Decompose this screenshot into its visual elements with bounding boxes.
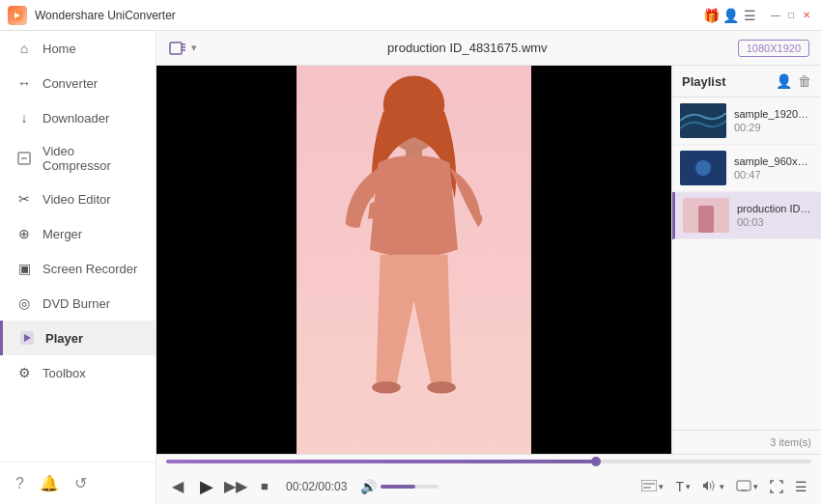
compressor-icon <box>15 150 33 167</box>
minimize-button[interactable]: — <box>769 9 782 22</box>
content-area: ▾ production ID_4831675.wmv 1080X1920 <box>156 31 821 504</box>
converter-icon: ↔ <box>15 74 33 92</box>
text-icon: T <box>675 479 684 494</box>
sidebar-item-merger[interactable]: ⊕ Merger <box>0 216 156 251</box>
playlist-item-0[interactable]: sample_1920x10... 00:29 <box>672 98 821 145</box>
titlebar-title: Wondershare UniConverter <box>35 9 176 22</box>
playlist-menu-button[interactable]: ☰ <box>791 477 811 496</box>
close-button[interactable]: ✕ <box>800 9 813 22</box>
main-container: ⌂ Home ↔ Converter ↓ Downloader Video Co… <box>0 31 821 504</box>
sidebar-item-video-compressor[interactable]: Video Compressor <box>0 135 156 182</box>
burner-icon: ◎ <box>15 294 33 312</box>
svg-rect-19 <box>698 206 714 233</box>
svg-rect-5 <box>170 42 182 54</box>
window-controls: — □ ✕ <box>769 9 813 22</box>
recorder-icon: ▣ <box>15 260 33 277</box>
resolution-badge: 1080X1920 <box>738 40 809 57</box>
time-display: 00:02/00:03 <box>286 480 347 493</box>
sidebar-item-dvd-burner[interactable]: ◎ DVD Burner <box>0 286 156 321</box>
add-dropdown-arrow: ▾ <box>191 42 197 54</box>
sidebar-item-toolbox-label: Toolbox <box>42 366 86 380</box>
svg-point-17 <box>695 160 711 176</box>
audio-dropdown: ▾ <box>720 482 724 491</box>
player-filename: production ID_4831675.wmv <box>207 41 728 55</box>
sidebar-item-recorder-label: Screen Recorder <box>42 262 137 276</box>
player-icon <box>18 329 36 347</box>
editor-icon: ✂ <box>15 190 33 208</box>
volume-icon[interactable]: 🔊 <box>360 479 377 494</box>
subtitle-button[interactable]: ▾ <box>637 477 667 496</box>
subtitle-dropdown: ▾ <box>659 482 664 491</box>
svg-rect-20 <box>641 480 657 491</box>
titlebar-left: Wondershare UniConverter <box>8 6 176 25</box>
playlist-thumb-2 <box>683 198 729 233</box>
play-button[interactable]: ▶ <box>195 475 218 498</box>
sidebar-item-screen-recorder[interactable]: ▣ Screen Recorder <box>0 251 156 286</box>
video-center <box>297 66 531 454</box>
svg-point-13 <box>427 381 456 394</box>
progress-track[interactable] <box>166 460 811 463</box>
right-controls: ▾ T ▾ ▾ <box>637 477 811 496</box>
video-area[interactable] <box>156 66 671 454</box>
playback-bar: ◀ ▶ ▶▶ ■ 00:02/00:03 🔊 <box>156 454 821 504</box>
playlist-info-2: production ID_4... 00:03 <box>737 203 813 228</box>
playlist-duration-1: 00:47 <box>734 169 813 181</box>
playlist-name-0: sample_1920x10... <box>734 108 813 120</box>
audio-button[interactable]: ▾ <box>698 477 728 496</box>
sidebar-item-home-label: Home <box>42 42 76 56</box>
volume-fill <box>381 485 415 489</box>
sidebar-item-toolbox[interactable]: ⚙ Toolbox <box>0 355 156 390</box>
prev-button[interactable]: ◀ <box>166 475 189 498</box>
toolbox-icon: ⚙ <box>15 364 33 381</box>
sidebar-item-downloader[interactable]: ↓ Downloader <box>0 100 156 135</box>
settings-icon[interactable]: ☰ <box>742 8 757 23</box>
sidebar-item-home[interactable]: ⌂ Home <box>0 31 156 66</box>
playlist-delete-icon[interactable]: 🗑 <box>798 73 811 89</box>
volume-section: 🔊 <box>360 479 439 494</box>
video-left-letterbox <box>156 66 297 454</box>
playlist-actions: 👤 🗑 <box>776 73 811 89</box>
gift-icon[interactable]: 🎁 <box>703 8 719 23</box>
svg-rect-14 <box>680 103 726 138</box>
app-logo <box>8 6 27 25</box>
video-display <box>156 66 671 454</box>
svg-point-12 <box>372 381 401 394</box>
titlebar-right: 🎁 👤 ☰ — □ ✕ <box>703 8 813 23</box>
sidebar-item-merger-label: Merger <box>42 227 82 241</box>
stop-button[interactable]: ■ <box>253 475 276 498</box>
progress-thumb <box>591 457 601 466</box>
maximize-button[interactable]: □ <box>784 9 798 22</box>
playlist-items: sample_1920x10... 00:29 <box>672 98 821 430</box>
volume-slider[interactable] <box>381 485 439 489</box>
sidebar-item-player[interactable]: Player <box>0 321 156 355</box>
refresh-icon[interactable]: ↺ <box>74 474 87 492</box>
next-button[interactable]: ▶▶ <box>224 475 247 498</box>
fullscreen-button[interactable] <box>766 478 787 495</box>
playlist-header: Playlist 👤 🗑 <box>672 66 821 98</box>
playlist-title: Playlist <box>682 74 726 89</box>
playlist-item-2[interactable]: production ID_4... 00:03 <box>672 192 821 239</box>
notification-icon[interactable]: 🔔 <box>40 474 59 492</box>
sidebar-item-video-editor[interactable]: ✂ Video Editor <box>0 182 156 216</box>
playlist-item-1[interactable]: sample_960x400... 00:47 <box>672 145 821 192</box>
sidebar: ⌂ Home ↔ Converter ↓ Downloader Video Co… <box>0 31 156 504</box>
downloader-icon: ↓ <box>15 109 33 126</box>
playlist-person-icon[interactable]: 👤 <box>776 73 792 89</box>
person-icon[interactable]: 👤 <box>722 8 738 23</box>
add-file-button[interactable]: ▾ <box>168 39 197 58</box>
help-icon[interactable]: ? <box>15 475 24 492</box>
playlist-thumb-1 <box>680 151 726 185</box>
controls-row: ◀ ▶ ▶▶ ■ 00:02/00:03 🔊 <box>156 468 821 504</box>
progress-container[interactable] <box>156 455 821 468</box>
sidebar-item-converter-label: Converter <box>42 76 98 91</box>
merger-icon: ⊕ <box>15 225 33 242</box>
screen-icon <box>736 479 751 494</box>
sidebar-item-burner-label: DVD Burner <box>42 296 110 311</box>
playlist-panel: Playlist 👤 🗑 <box>671 66 821 454</box>
playlist-info-1: sample_960x400... 00:47 <box>734 155 813 181</box>
playlist-footer: 3 item(s) <box>672 430 821 454</box>
text-button[interactable]: T ▾ <box>671 477 694 496</box>
sidebar-item-converter[interactable]: ↔ Converter <box>0 66 156 100</box>
screen-button[interactable]: ▾ <box>732 477 762 496</box>
sidebar-item-downloader-label: Downloader <box>42 111 109 126</box>
